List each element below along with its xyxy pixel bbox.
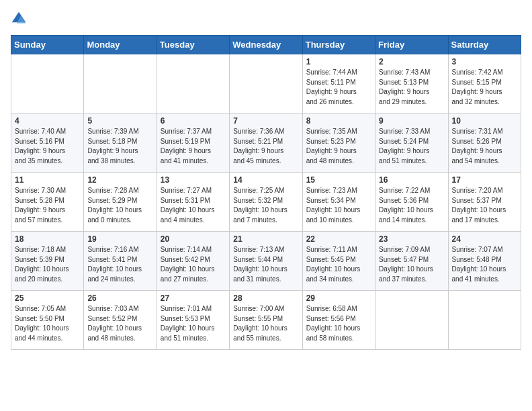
day-info: Sunrise: 7:11 AM Sunset: 5:45 PM Dayligh… [306,245,371,284]
week-row-4: 18Sunrise: 7:18 AM Sunset: 5:39 PM Dayli… [11,232,521,291]
calendar-cell: 5Sunrise: 7:39 AM Sunset: 5:18 PM Daylig… [84,113,157,173]
calendar-cell: 21Sunrise: 7:13 AM Sunset: 5:44 PM Dayli… [230,232,302,291]
week-row-1: 1Sunrise: 7:44 AM Sunset: 5:11 PM Daylig… [11,54,521,113]
day-info: Sunrise: 7:25 AM Sunset: 5:32 PM Dayligh… [233,186,298,225]
day-number: 17 [452,175,517,185]
logo-icon [11,11,27,27]
calendar-cell: 2Sunrise: 7:43 AM Sunset: 5:13 PM Daylig… [375,54,448,113]
day-info: Sunrise: 6:58 AM Sunset: 5:56 PM Dayligh… [306,304,371,343]
day-number: 15 [306,175,371,185]
day-number: 9 [379,116,444,126]
calendar-cell: 17Sunrise: 7:20 AM Sunset: 5:37 PM Dayli… [448,173,521,232]
day-info: Sunrise: 7:14 AM Sunset: 5:42 PM Dayligh… [161,245,226,284]
calendar-table: SundayMondayTuesdayWednesdayThursdayFrid… [11,35,521,350]
day-number: 19 [87,234,152,244]
calendar-cell: 15Sunrise: 7:23 AM Sunset: 5:34 PM Dayli… [302,173,375,232]
weekday-header-tuesday: Tuesday [157,36,229,54]
day-info: Sunrise: 7:00 AM Sunset: 5:55 PM Dayligh… [233,304,298,343]
day-info: Sunrise: 7:22 AM Sunset: 5:36 PM Dayligh… [379,186,444,225]
day-info: Sunrise: 7:44 AM Sunset: 5:11 PM Dayligh… [306,68,371,107]
calendar-cell: 3Sunrise: 7:42 AM Sunset: 5:15 PM Daylig… [448,54,521,113]
day-number: 25 [15,293,80,303]
calendar-cell [157,54,229,113]
calendar-cell: 10Sunrise: 7:31 AM Sunset: 5:26 PM Dayli… [448,113,521,173]
day-info: Sunrise: 7:27 AM Sunset: 5:31 PM Dayligh… [161,186,226,225]
day-number: 23 [379,234,444,244]
calendar-cell: 1Sunrise: 7:44 AM Sunset: 5:11 PM Daylig… [302,54,375,113]
day-info: Sunrise: 7:31 AM Sunset: 5:26 PM Dayligh… [452,127,517,166]
day-number: 7 [233,116,298,126]
calendar-cell [230,54,302,113]
calendar-cell: 4Sunrise: 7:40 AM Sunset: 5:16 PM Daylig… [11,113,84,173]
day-info: Sunrise: 7:09 AM Sunset: 5:47 PM Dayligh… [379,245,444,284]
day-number: 13 [161,175,226,185]
page-header [11,11,521,27]
day-info: Sunrise: 7:03 AM Sunset: 5:52 PM Dayligh… [87,304,152,343]
week-row-3: 11Sunrise: 7:30 AM Sunset: 5:28 PM Dayli… [11,173,521,232]
calendar-cell: 25Sunrise: 7:05 AM Sunset: 5:50 PM Dayli… [11,291,84,350]
day-number: 1 [306,57,371,66]
day-info: Sunrise: 7:37 AM Sunset: 5:19 PM Dayligh… [161,127,226,166]
day-info: Sunrise: 7:33 AM Sunset: 5:24 PM Dayligh… [379,127,444,166]
calendar-cell: 26Sunrise: 7:03 AM Sunset: 5:52 PM Dayli… [84,291,157,350]
calendar-cell: 11Sunrise: 7:30 AM Sunset: 5:28 PM Dayli… [11,173,84,232]
calendar-cell: 8Sunrise: 7:35 AM Sunset: 5:23 PM Daylig… [302,113,375,173]
calendar-cell [11,54,84,113]
weekday-header-friday: Friday [375,36,448,54]
weekday-header-sunday: Sunday [11,36,84,54]
weekday-header-thursday: Thursday [302,36,375,54]
day-info: Sunrise: 7:20 AM Sunset: 5:37 PM Dayligh… [452,186,517,225]
logo [11,11,30,27]
day-number: 22 [306,234,371,244]
day-number: 20 [161,234,226,244]
day-info: Sunrise: 7:16 AM Sunset: 5:41 PM Dayligh… [87,245,152,284]
calendar-cell: 20Sunrise: 7:14 AM Sunset: 5:42 PM Dayli… [157,232,229,291]
weekday-header-row: SundayMondayTuesdayWednesdayThursdayFrid… [11,36,521,54]
calendar-cell: 12Sunrise: 7:28 AM Sunset: 5:29 PM Dayli… [84,173,157,232]
weekday-header-monday: Monday [84,36,157,54]
week-row-2: 4Sunrise: 7:40 AM Sunset: 5:16 PM Daylig… [11,113,521,173]
calendar-cell: 19Sunrise: 7:16 AM Sunset: 5:41 PM Dayli… [84,232,157,291]
day-info: Sunrise: 7:39 AM Sunset: 5:18 PM Dayligh… [87,127,152,166]
day-number: 6 [161,116,226,126]
calendar-cell: 6Sunrise: 7:37 AM Sunset: 5:19 PM Daylig… [157,113,229,173]
day-number: 29 [306,293,371,303]
day-number: 12 [87,175,152,185]
day-info: Sunrise: 7:28 AM Sunset: 5:29 PM Dayligh… [87,186,152,225]
calendar-cell [375,291,448,350]
day-number: 18 [15,234,80,244]
calendar-cell: 29Sunrise: 6:58 AM Sunset: 5:56 PM Dayli… [302,291,375,350]
calendar-cell: 28Sunrise: 7:00 AM Sunset: 5:55 PM Dayli… [230,291,302,350]
day-info: Sunrise: 7:43 AM Sunset: 5:13 PM Dayligh… [379,68,444,107]
day-number: 8 [306,116,371,126]
calendar-cell: 16Sunrise: 7:22 AM Sunset: 5:36 PM Dayli… [375,173,448,232]
day-number: 3 [452,57,517,66]
day-info: Sunrise: 7:42 AM Sunset: 5:15 PM Dayligh… [452,68,517,107]
week-row-5: 25Sunrise: 7:05 AM Sunset: 5:50 PM Dayli… [11,291,521,350]
calendar-cell: 7Sunrise: 7:36 AM Sunset: 5:21 PM Daylig… [230,113,302,173]
calendar-cell [448,291,521,350]
day-number: 16 [379,175,444,185]
calendar-cell: 9Sunrise: 7:33 AM Sunset: 5:24 PM Daylig… [375,113,448,173]
day-number: 4 [15,116,80,126]
day-number: 5 [87,116,152,126]
day-info: Sunrise: 7:23 AM Sunset: 5:34 PM Dayligh… [306,186,371,225]
day-info: Sunrise: 7:05 AM Sunset: 5:50 PM Dayligh… [15,304,80,343]
day-number: 21 [233,234,298,244]
calendar-cell: 22Sunrise: 7:11 AM Sunset: 5:45 PM Dayli… [302,232,375,291]
calendar-cell: 23Sunrise: 7:09 AM Sunset: 5:47 PM Dayli… [375,232,448,291]
day-info: Sunrise: 7:36 AM Sunset: 5:21 PM Dayligh… [233,127,298,166]
day-info: Sunrise: 7:07 AM Sunset: 5:48 PM Dayligh… [452,245,517,284]
day-number: 28 [233,293,298,303]
calendar-cell [84,54,157,113]
day-number: 27 [161,293,226,303]
calendar-cell: 18Sunrise: 7:18 AM Sunset: 5:39 PM Dayli… [11,232,84,291]
day-number: 26 [87,293,152,303]
calendar-cell: 13Sunrise: 7:27 AM Sunset: 5:31 PM Dayli… [157,173,229,232]
day-number: 11 [15,175,80,185]
calendar-cell: 27Sunrise: 7:01 AM Sunset: 5:53 PM Dayli… [157,291,229,350]
day-info: Sunrise: 7:30 AM Sunset: 5:28 PM Dayligh… [15,186,80,225]
day-info: Sunrise: 7:13 AM Sunset: 5:44 PM Dayligh… [233,245,298,284]
calendar-cell: 14Sunrise: 7:25 AM Sunset: 5:32 PM Dayli… [230,173,302,232]
calendar-cell: 24Sunrise: 7:07 AM Sunset: 5:48 PM Dayli… [448,232,521,291]
